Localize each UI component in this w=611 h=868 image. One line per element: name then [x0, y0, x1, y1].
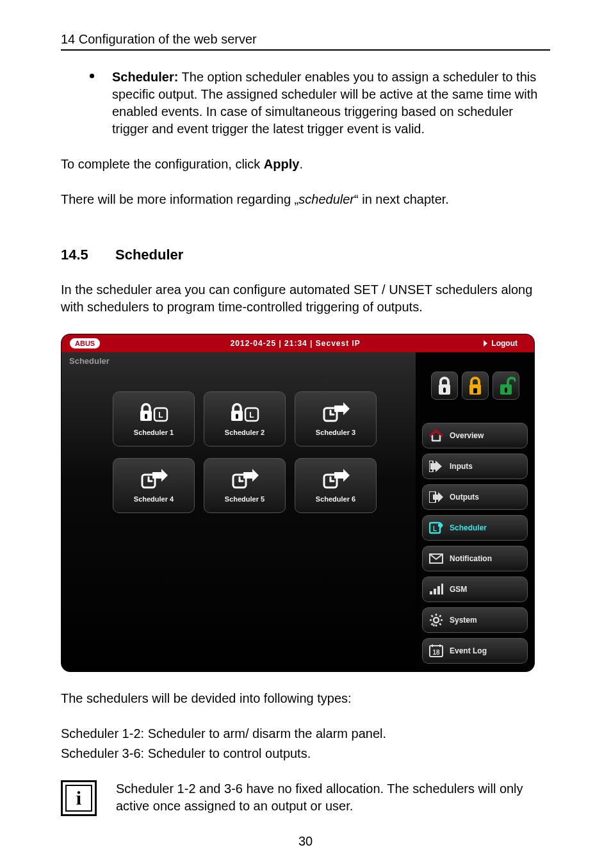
svg-text:L: L [249, 411, 254, 420]
scheduler-tile-label: Scheduler 4 [134, 495, 174, 503]
more-info-em: scheduler [298, 192, 354, 206]
secvest-app: ABUS 2012-04-25 | 21:34 | Secvest IP Log… [61, 334, 535, 672]
envelope-icon [429, 552, 443, 566]
arrow-out-icon [429, 490, 443, 504]
svg-rect-23 [430, 591, 432, 594]
section-paragraph: In the scheduler area you can configure … [61, 281, 550, 316]
svg-rect-24 [434, 589, 436, 594]
signal-icon [429, 582, 443, 596]
svg-rect-15 [473, 388, 477, 393]
nav-item-gsm[interactable]: GSM [422, 577, 528, 602]
app-header-center: 2012-04-25 | 21:34 | Secvest IP [107, 339, 484, 348]
app-logo: ABUS [69, 338, 101, 349]
svg-rect-25 [437, 586, 440, 594]
page-section-heading: 14 Configuration of the web server [61, 32, 550, 51]
scheduler-tile-2[interactable]: LScheduler 2 [204, 391, 286, 446]
info-note-row: i Scheduler 1-2 and 3-6 have no fixed al… [61, 780, 550, 816]
clock-arrow-icon [140, 468, 168, 490]
nav-item-inputs[interactable]: Inputs [422, 454, 528, 479]
svg-text:18: 18 [432, 649, 440, 656]
gear-icon: ✦ [429, 613, 443, 627]
scheduler-tile-label: Scheduler 5 [225, 495, 265, 503]
lock-open-icon[interactable] [493, 372, 519, 400]
nav-item-outputs[interactable]: Outputs [422, 484, 528, 510]
section-title: Scheduler [115, 247, 183, 263]
lock-home-icon[interactable] [462, 372, 489, 400]
svg-text:✦: ✦ [432, 623, 436, 627]
nav-item-notification[interactable]: Notification [422, 546, 528, 571]
type-line-2: Scheduler 3-6: Scheduler to control outp… [61, 745, 550, 762]
apply-paragraph: To complete the configuration, click App… [61, 156, 550, 173]
nav-item-label: Notification [450, 554, 492, 563]
scheduler-tile-label: Scheduler 3 [316, 429, 355, 436]
bullet-scheduler: Scheduler: The option scheduler enables … [61, 69, 550, 138]
arrow-in-icon [429, 459, 443, 473]
nav-item-label: Event Log [450, 646, 487, 655]
nav-item-label: GSM [450, 585, 467, 594]
types-intro: The schedulers will be devided into foll… [61, 690, 550, 707]
svg-rect-26 [441, 584, 443, 594]
svg-point-27 [434, 618, 439, 623]
nav-item-event-log[interactable]: 18Event Log [422, 638, 528, 664]
section-number: 14.5 [61, 247, 115, 263]
apply-pre: To complete the configuration, click [61, 157, 264, 171]
more-info-pre: There will be more information regarding… [61, 192, 298, 206]
apply-word: Apply [264, 157, 300, 171]
svg-text:L: L [433, 525, 437, 532]
type-line-1: Scheduler 1-2: Scheduler to arm/ disarm … [61, 725, 550, 742]
page-number: 30 [0, 834, 611, 849]
nav-list: OverviewInputsOutputsLSchedulerNotificat… [422, 423, 528, 664]
lock-schedule-icon: L [230, 402, 259, 423]
clock-arrow-icon [322, 468, 350, 490]
scheduler-tile-label: Scheduler 6 [316, 495, 355, 503]
nav-item-label: Overview [450, 431, 484, 440]
more-info-paragraph: There will be more information regarding… [61, 191, 550, 208]
apply-post: . [299, 157, 303, 171]
app-main: Scheduler LScheduler 1LScheduler 2Schedu… [61, 352, 416, 671]
nav-item-label: Scheduler [450, 523, 487, 532]
scheduler-tile-label: Scheduler 1 [134, 429, 174, 436]
scheduler-tile-4[interactable]: Scheduler 4 [113, 458, 195, 513]
app-sidebar: OverviewInputsOutputsLSchedulerNotificat… [416, 352, 534, 671]
breadcrumb: Scheduler [69, 356, 416, 366]
svg-line-32 [432, 616, 433, 617]
bullet-dot-icon [90, 74, 94, 78]
section-heading: 14.5Scheduler [61, 247, 550, 263]
app-topbar: ABUS 2012-04-25 | 21:34 | Secvest IP Log… [61, 334, 534, 352]
scheduler-grid: LScheduler 1LScheduler 2Scheduler 3Sched… [113, 391, 377, 513]
scheduler-tile-3[interactable]: Scheduler 3 [295, 391, 377, 446]
info-note-text: Scheduler 1-2 and 3-6 have no fixed allo… [116, 780, 550, 815]
status-icon-row [422, 372, 528, 400]
info-icon: i [61, 780, 97, 816]
more-info-post: “ in next chapter. [354, 192, 449, 206]
clock-arrow-icon [231, 468, 259, 490]
lock-schedule-icon: L [139, 402, 168, 423]
logout-link[interactable]: Logout [484, 339, 534, 348]
nav-item-label: Outputs [450, 493, 479, 502]
clock-arrow-icon [322, 402, 350, 423]
bullet-label: Scheduler: [112, 70, 178, 84]
scheduler-tile-1[interactable]: LScheduler 1 [113, 391, 195, 446]
svg-rect-5 [236, 414, 238, 419]
logout-label: Logout [491, 339, 517, 348]
svg-line-35 [439, 616, 441, 617]
svg-rect-1 [145, 414, 147, 419]
nav-item-overview[interactable]: Overview [422, 423, 528, 448]
play-icon [484, 340, 487, 347]
scheduler-tile-label: Scheduler 2 [225, 429, 265, 436]
scheduler-tile-5[interactable]: Scheduler 5 [204, 458, 286, 513]
scheduler-tile-6[interactable]: Scheduler 6 [295, 458, 377, 513]
nav-item-scheduler[interactable]: LScheduler [422, 515, 528, 541]
svg-rect-17 [505, 388, 507, 393]
nav-item-label: Inputs [450, 462, 473, 471]
calendar-icon: L [429, 521, 443, 535]
nav-item-label: System [450, 616, 477, 625]
svg-text:L: L [158, 411, 163, 420]
nav-item-system[interactable]: ✦System [422, 607, 528, 633]
house-icon [429, 429, 443, 443]
eighteen-icon: 18 [429, 644, 443, 658]
lock-closed-icon[interactable] [431, 372, 458, 400]
svg-rect-13 [443, 388, 446, 393]
svg-line-33 [439, 623, 441, 625]
